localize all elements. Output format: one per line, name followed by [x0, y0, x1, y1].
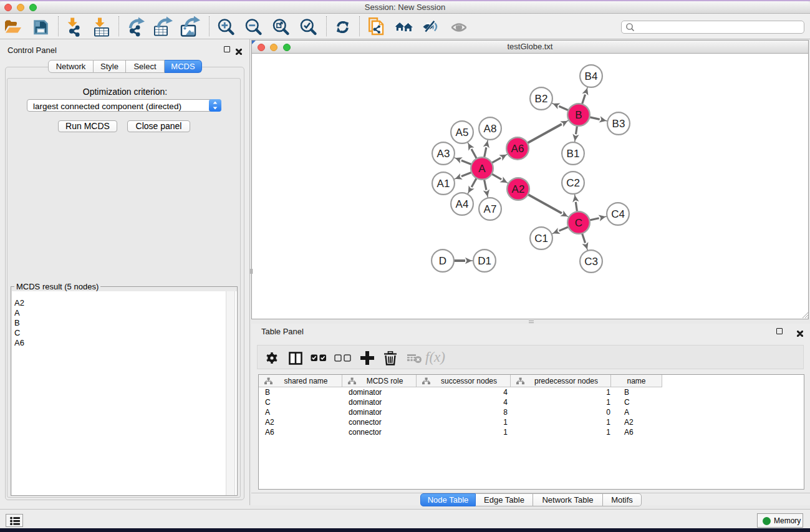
- svg-text:C: C: [575, 217, 582, 229]
- svg-text:D1: D1: [478, 255, 491, 267]
- svg-text:B1: B1: [567, 148, 580, 160]
- svg-text:A3: A3: [437, 148, 450, 160]
- svg-text:B4: B4: [585, 70, 598, 82]
- svg-text:A8: A8: [484, 123, 497, 135]
- svg-text:C2: C2: [566, 177, 580, 189]
- svg-text:A4: A4: [456, 198, 469, 210]
- svg-text:f(x): f(x): [425, 351, 445, 365]
- svg-text:A2: A2: [512, 183, 525, 195]
- svg-text:C1: C1: [534, 233, 548, 244]
- svg-text:A5: A5: [456, 127, 469, 138]
- svg-text:B3: B3: [612, 118, 625, 130]
- svg-text:A6: A6: [511, 143, 524, 155]
- svg-text:A7: A7: [484, 203, 497, 215]
- svg-text:C4: C4: [611, 208, 625, 220]
- svg-text:B2: B2: [535, 93, 548, 105]
- svg-text:C3: C3: [584, 256, 598, 268]
- svg-text:B: B: [575, 109, 582, 121]
- svg-text:A: A: [478, 163, 486, 175]
- svg-text:D: D: [439, 255, 446, 267]
- svg-text:A1: A1: [437, 178, 450, 190]
